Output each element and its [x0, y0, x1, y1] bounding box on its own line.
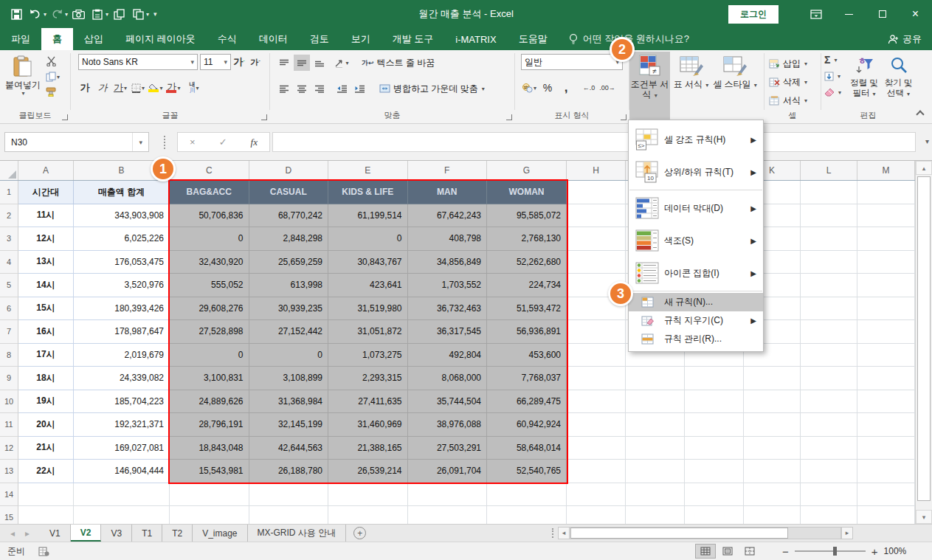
number-format-combo[interactable]: 일반▾ [521, 54, 623, 70]
insert-cells-button[interactable]: 삽입▾ [769, 55, 807, 72]
cell[interactable] [857, 437, 915, 460]
cell[interactable]: MAN [408, 181, 488, 204]
cell[interactable] [567, 460, 626, 483]
font-dialog-launcher[interactable] [261, 114, 267, 120]
cell[interactable] [567, 367, 626, 390]
cell[interactable]: 95,585,072 [487, 204, 567, 228]
cell[interactable] [685, 483, 744, 507]
cell[interactable]: 3,520,976 [74, 274, 170, 297]
cell[interactable]: 32,145,199 [249, 413, 329, 437]
macro-record-icon[interactable] [38, 547, 49, 556]
cell[interactable] [857, 483, 915, 507]
ribbon-tab-page-layout[interactable]: 페이지 레이아웃 [114, 28, 207, 50]
cell[interactable]: 67,642,243 [408, 204, 488, 228]
cell[interactable] [170, 506, 249, 524]
cell[interactable] [567, 483, 626, 507]
format-painter-icon[interactable] [46, 87, 60, 97]
cell[interactable]: 60,942,924 [487, 413, 567, 437]
scroll-down-icon[interactable]: ▾ [916, 510, 932, 524]
cell[interactable]: BAG&ACC [170, 181, 249, 204]
percent-style-icon[interactable]: % [539, 80, 556, 96]
cell[interactable] [857, 181, 915, 204]
column-header[interactable]: D [249, 161, 329, 180]
cell[interactable] [744, 506, 801, 524]
align-top-icon[interactable] [276, 55, 292, 71]
cell[interactable] [626, 460, 685, 483]
cell[interactable]: 19시 [18, 390, 74, 414]
redo-icon[interactable] [48, 5, 66, 23]
page-layout-view-icon[interactable] [717, 544, 738, 559]
ribbon-tab-imatrix[interactable]: i-MATRIX [444, 28, 507, 50]
cell[interactable]: 0 [249, 344, 329, 367]
cell[interactable] [567, 413, 626, 437]
cell[interactable] [857, 460, 915, 483]
cell[interactable] [801, 506, 857, 524]
zoom-level[interactable]: 100% [884, 546, 907, 556]
cell[interactable] [801, 437, 857, 460]
cell[interactable]: WOMAN [487, 181, 567, 204]
cell[interactable]: 18시 [18, 367, 74, 390]
page-break-view-icon[interactable] [739, 544, 760, 559]
cell[interactable]: 18,843,048 [170, 437, 249, 460]
cancel-icon[interactable]: × [190, 136, 196, 148]
alignment-dialog-launcher[interactable] [506, 114, 512, 120]
cell[interactable] [744, 437, 801, 460]
cell[interactable]: 492,804 [408, 344, 488, 367]
orientation-icon[interactable]: ▾ [334, 55, 350, 71]
row-header[interactable]: 1 [0, 181, 18, 204]
select-all-corner[interactable] [0, 161, 18, 180]
row-header[interactable]: 3 [0, 227, 18, 251]
cell[interactable] [626, 506, 685, 524]
cell[interactable] [801, 227, 857, 251]
cell[interactable] [744, 413, 801, 437]
scroll-up-icon[interactable]: ▴ [916, 161, 932, 175]
cell[interactable]: 34,856,849 [408, 251, 488, 274]
cell[interactable]: 31,051,872 [328, 320, 408, 344]
menu-item-manage-rules[interactable]: 규칙 관리(R)... [629, 330, 763, 348]
italic-button[interactable]: 가 [94, 80, 111, 96]
cell[interactable]: 27,411,635 [328, 390, 408, 414]
cell[interactable] [857, 274, 915, 297]
cell[interactable] [685, 506, 744, 524]
cell[interactable]: 17시 [18, 344, 74, 367]
cell[interactable]: 408,798 [408, 227, 488, 251]
share-button[interactable]: 공유 [888, 28, 922, 50]
border-button[interactable]: ▾ [130, 80, 146, 96]
cell[interactable]: 7,768,037 [487, 367, 567, 390]
cell[interactable]: 343,903,908 [74, 204, 170, 228]
align-left-icon[interactable] [276, 80, 292, 97]
cell[interactable]: 11시 [18, 204, 74, 228]
cell[interactable] [328, 506, 408, 524]
cell[interactable]: 38,976,088 [408, 413, 488, 437]
cell[interactable]: 35,744,504 [408, 390, 488, 414]
customize-qat-icon[interactable]: ▾ [153, 10, 157, 18]
cell[interactable] [744, 367, 801, 390]
cell[interactable] [744, 483, 801, 507]
cell[interactable] [857, 227, 915, 251]
row-header[interactable]: 10 [0, 390, 18, 414]
cell[interactable] [567, 320, 626, 344]
vertical-scroll-thumb[interactable] [917, 176, 931, 501]
cell[interactable]: 15,543,981 [170, 460, 249, 483]
column-header[interactable]: E [328, 161, 408, 180]
menu-item-color-scales[interactable]: 색조(S) ▶ [629, 224, 763, 257]
cell[interactable]: 15시 [18, 297, 74, 321]
cell[interactable] [249, 483, 329, 507]
align-middle-icon[interactable] [294, 55, 310, 71]
ribbon-tab-insert[interactable]: 삽입 [73, 28, 114, 50]
vertical-scrollbar[interactable]: ▴ ▾ [915, 161, 932, 524]
cell[interactable] [567, 390, 626, 414]
column-header[interactable]: F [408, 161, 488, 180]
camera-icon[interactable] [69, 5, 87, 23]
cell[interactable]: 613,998 [249, 274, 329, 297]
cell[interactable] [408, 506, 488, 524]
cell[interactable]: 31,368,984 [249, 390, 329, 414]
cell[interactable] [801, 274, 857, 297]
cell[interactable] [567, 227, 626, 251]
tab-split-handle[interactable] [552, 528, 553, 538]
cell[interactable] [567, 251, 626, 274]
cell[interactable]: 2,768,130 [487, 227, 567, 251]
cell[interactable]: CASUAL [249, 181, 329, 204]
cell[interactable] [626, 413, 685, 437]
cell[interactable] [857, 344, 915, 367]
